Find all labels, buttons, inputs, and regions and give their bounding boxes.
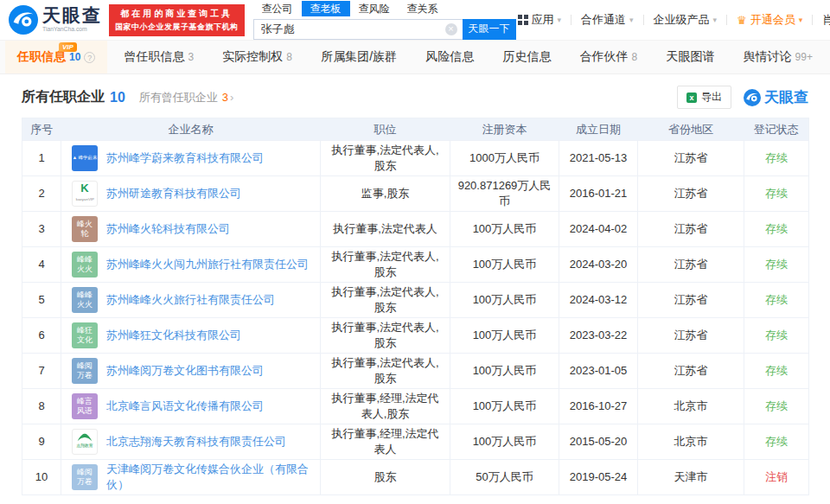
logo-text: 峰峰 bbox=[77, 290, 93, 300]
col-position: 职位 bbox=[321, 118, 450, 141]
position-cell: 监事,股东 bbox=[321, 176, 450, 212]
company-link[interactable]: 苏州峰狂文化科技有限公司 bbox=[106, 328, 241, 343]
page-tab[interactable]: 舆情讨论99+ bbox=[731, 41, 825, 73]
former-positions-link[interactable]: 所有曾任职企业 3 › bbox=[139, 90, 234, 105]
nav-label: 应用 bbox=[532, 12, 554, 28]
chevron-down-icon: ▾ bbox=[629, 16, 634, 24]
logo-text: 风语 bbox=[77, 406, 93, 416]
status-badge: 存续 bbox=[765, 435, 788, 448]
region-cell: 天津市 bbox=[638, 460, 744, 495]
company-link[interactable]: 苏州峰峰火火旅行社有限责任公司 bbox=[106, 292, 275, 308]
top-header: 天眼查 TianYanCha.com 都在用的商业查询工具 国家中小企业发展子基… bbox=[0, 0, 830, 40]
position-cell: 股东 bbox=[321, 460, 450, 495]
page-tab-label: 历史信息 bbox=[502, 49, 551, 65]
row-index: 4 bbox=[22, 247, 61, 283]
date-cell: 2024-03-20 bbox=[559, 247, 638, 283]
region-cell: 江苏省 bbox=[638, 212, 744, 247]
nav-item[interactable]: 企业级产品▾ bbox=[654, 12, 718, 28]
page-tab-label: 所属集团/族群 bbox=[321, 49, 397, 65]
search-tab[interactable]: 查风险 bbox=[350, 1, 399, 16]
status-cell: 存续 bbox=[744, 424, 809, 460]
col-status: 登记状态 bbox=[744, 118, 809, 141]
status-cell: 存续 bbox=[744, 247, 809, 283]
section-head: 所有任职企业 10 所有曾任职企业 3 › x 导出 天眼查 bbox=[22, 86, 808, 109]
nav-item[interactable]: 肖青羽▾ bbox=[822, 12, 830, 28]
search-tab[interactable]: 查公司 bbox=[253, 1, 302, 16]
company-link[interactable]: 苏州峰学蔚来教育科技有限公司 bbox=[106, 150, 264, 166]
section-count: 10 bbox=[110, 90, 125, 105]
export-button[interactable]: x 导出 bbox=[677, 86, 731, 109]
company-link[interactable]: 天津峰阅万卷文化传媒合伙企业（有限合伙） bbox=[106, 462, 316, 492]
search-tab[interactable]: 查关系 bbox=[399, 1, 447, 16]
row-index: 7 bbox=[22, 354, 61, 389]
company-link[interactable]: 苏州研途教育科技有限公司 bbox=[106, 186, 241, 201]
logo-text: 峰阅 bbox=[77, 468, 93, 477]
col-date: 成立日期 bbox=[559, 118, 638, 141]
search-input[interactable] bbox=[254, 20, 463, 39]
company-logo: 志翔教育 bbox=[72, 429, 98, 455]
page-tab[interactable]: 曾任职信息3 bbox=[112, 41, 207, 73]
company-link[interactable]: 苏州峰阅万卷文化图书有限公司 bbox=[106, 363, 264, 379]
region-cell: 江苏省 bbox=[638, 283, 744, 318]
page-tab-count: 10 bbox=[69, 51, 80, 63]
page-tab[interactable]: 实际控制权8 bbox=[210, 41, 304, 73]
status-badge: 存续 bbox=[765, 258, 788, 271]
nav-item[interactable]: 合作通道▾ bbox=[581, 12, 634, 28]
page-tab-count: 99+ bbox=[795, 51, 813, 63]
capital-cell: 100万人民币 bbox=[450, 247, 559, 283]
status-cell: 存续 bbox=[744, 389, 809, 424]
company-link[interactable]: 苏州峰峰火火闯九州旅行社有限责任公司 bbox=[106, 257, 309, 272]
position-cell: 执行董事,法定代表人,股东 bbox=[321, 354, 450, 389]
status-cell: 注销 bbox=[744, 460, 809, 495]
tianyancha-eye-icon bbox=[9, 5, 38, 35]
logo-text: 峰言 bbox=[77, 397, 93, 406]
help-icon[interactable]: ? bbox=[84, 52, 95, 63]
watermark-text: 天眼查 bbox=[764, 87, 808, 107]
capital-cell: 100万人民币 bbox=[450, 354, 559, 389]
page-tab[interactable]: 所属集团/族群 bbox=[309, 41, 409, 73]
company-logo: ▲ 峰学蔚来 bbox=[72, 145, 98, 171]
company-link[interactable]: 苏州峰火轮科技有限公司 bbox=[106, 221, 230, 237]
brand-domain: TianYanCha.com bbox=[42, 26, 93, 33]
page-tab[interactable]: 天眼图谱 bbox=[654, 41, 726, 73]
vip-badge: VIP bbox=[59, 42, 77, 52]
search-tab[interactable]: 查老板 bbox=[302, 1, 350, 16]
date-cell: 2024-03-12 bbox=[559, 283, 638, 318]
company-cell: 峰阅万卷苏州峰阅万卷文化图书有限公司 bbox=[61, 354, 321, 389]
table-row: 5峰峰火火苏州峰峰火火旅行社有限责任公司执行董事,法定代表人,股东100万人民币… bbox=[22, 283, 809, 318]
company-link[interactable]: 北京峰言风语文化传播有限公司 bbox=[106, 399, 264, 414]
chevron-down-icon: ▾ bbox=[799, 16, 803, 24]
date-cell: 2016-01-21 bbox=[559, 176, 638, 212]
status-cell: 存续 bbox=[744, 318, 809, 354]
position-cell: 执行董事,法定代表人,股东 bbox=[321, 318, 450, 354]
company-cell: 峰狂文化苏州峰狂文化科技有限公司 bbox=[61, 318, 321, 354]
table-row: 10峰阅万卷天津峰阅万卷文化传媒合伙企业（有限合伙）股东50万人民币2019-0… bbox=[22, 460, 809, 495]
nav-item[interactable]: ♛开通会员▾ bbox=[737, 12, 802, 28]
page-tab[interactable]: 历史信息 bbox=[490, 41, 563, 73]
page-tab[interactable]: 风险信息 bbox=[413, 41, 486, 73]
company-cell: ▲ 峰学蔚来苏州峰学蔚来教育科技有限公司 bbox=[61, 141, 321, 176]
table-row: 4峰峰火火苏州峰峰火火闯九州旅行社有限责任公司执行董事,法定代表人,股东100万… bbox=[22, 247, 809, 283]
capital-cell: 100万人民币 bbox=[450, 389, 559, 424]
region-cell: 江苏省 bbox=[638, 141, 744, 176]
page-tab[interactable]: 合作伙伴8 bbox=[568, 41, 650, 73]
date-cell: 2021-05-13 bbox=[559, 141, 638, 176]
status-badge: 存续 bbox=[765, 329, 788, 341]
table-row: 2KkaoyanVIP苏州研途教育科技有限公司监事,股东920.871269万人… bbox=[22, 176, 809, 212]
position-cell: 执行董事,法定代表人,股东 bbox=[321, 283, 450, 318]
bird-icon bbox=[76, 433, 93, 442]
search-button[interactable]: 天眼一下 bbox=[463, 19, 516, 40]
logo-text: 文化 bbox=[77, 335, 93, 345]
status-badge: 存续 bbox=[765, 222, 788, 235]
clear-icon[interactable]: × bbox=[445, 23, 457, 35]
page-tab[interactable]: 任职信息10?VIP bbox=[5, 41, 107, 73]
nav-item[interactable]: 应用▾ bbox=[518, 12, 562, 28]
company-link[interactable]: 北京志翔海天教育科技有限责任公司 bbox=[106, 434, 286, 450]
capital-cell: 920.871269万人民币 bbox=[450, 176, 559, 212]
logo-text: 峰峰 bbox=[77, 255, 93, 265]
banner-line1: 都在用的商业查询工具 bbox=[115, 8, 239, 20]
region-cell: 江苏省 bbox=[638, 247, 744, 283]
tianyancha-logo[interactable]: 天眼查 TianYanCha.com bbox=[9, 5, 102, 35]
region-cell: 北京市 bbox=[638, 389, 744, 424]
status-badge: 存续 bbox=[765, 187, 788, 200]
